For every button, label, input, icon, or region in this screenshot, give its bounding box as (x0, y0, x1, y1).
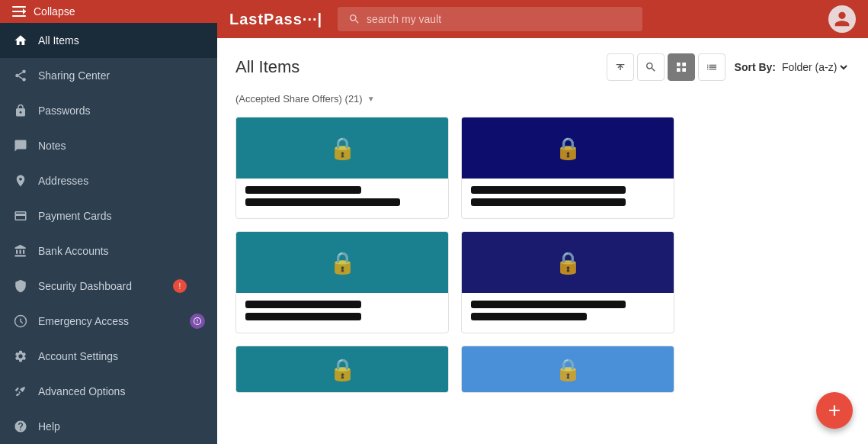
sort-select[interactable]: Folder (a-z) (779, 60, 850, 74)
content-header: All Items Sort By: Folder (a-z) (235, 53, 850, 81)
sidebar-item-emergency-access[interactable]: Emergency Access (0, 304, 217, 339)
vault-card-banner-4: 🔒 (462, 232, 674, 293)
lock-icon-2: 🔒 (555, 136, 581, 161)
vault-card-banner-5: 🔒 (236, 346, 448, 392)
sidebar: Collapse All Items Sharing Center Passwo… (0, 0, 217, 444)
sort-by-label: Sort By: (735, 61, 776, 73)
sidebar-item-label-emergency-access: Emergency Access (38, 315, 190, 327)
vault-card-info-4 (462, 293, 674, 333)
vault-card-line (245, 186, 361, 194)
sidebar-item-label-help: Help (38, 420, 205, 433)
vault-card-3[interactable]: 🔒 (235, 231, 449, 333)
sidebar-item-account-settings[interactable]: Account Settings (0, 339, 217, 374)
card-icon (12, 208, 29, 224)
logo: LastPass···| (229, 11, 322, 28)
vault-card-4[interactable]: 🔒 (461, 231, 674, 333)
avatar[interactable] (828, 5, 856, 33)
vault-card-line (245, 313, 361, 320)
add-icon: + (828, 398, 841, 423)
search-input[interactable] (367, 13, 632, 25)
content-area: All Items Sort By: Folder (a-z) (217, 38, 868, 444)
sidebar-item-label-all-items: All Items (38, 34, 205, 47)
sidebar-item-passwords[interactable]: Passwords (0, 93, 217, 128)
filter-bar[interactable]: (Accepted Share Offers) (21) ▼ (235, 93, 850, 105)
security-badge: ! (173, 279, 187, 293)
items-grid: 🔒 🔒 🔒 (235, 117, 850, 393)
lock-icon-6: 🔒 (555, 357, 581, 382)
main-content: LastPass···| All Items (217, 0, 868, 444)
sidebar-item-label-account-settings: Account Settings (38, 350, 205, 362)
svg-rect-0 (12, 6, 26, 8)
add-button[interactable]: + (816, 392, 853, 429)
vault-card-banner-1: 🔒 (236, 117, 448, 179)
emergency-icon (12, 313, 29, 330)
scroll-top-button[interactable] (607, 53, 634, 81)
sidebar-item-security-dashboard[interactable]: Security Dashboard ! (0, 269, 217, 304)
bank-icon (12, 243, 29, 259)
collapse-button[interactable]: Collapse (0, 0, 217, 23)
sidebar-item-help[interactable]: Help (0, 409, 217, 444)
vault-card-line (471, 313, 587, 320)
note-icon (12, 137, 29, 154)
sidebar-item-bank-accounts[interactable]: Bank Accounts (0, 233, 217, 269)
sidebar-item-advanced-options[interactable]: Advanced Options (0, 374, 217, 409)
share-icon (12, 67, 29, 84)
list-view-button[interactable] (698, 53, 725, 81)
vault-card-info-3 (236, 293, 448, 333)
sidebar-item-all-items[interactable]: All Items (0, 23, 217, 58)
collapse-icon (12, 6, 26, 17)
filter-label: (Accepted Share Offers) (21) (235, 93, 363, 105)
lock-icon-1: 🔒 (329, 136, 356, 161)
lock-icon-3: 🔒 (329, 250, 356, 275)
lock-icon-4: 🔒 (555, 250, 581, 275)
sidebar-item-label-passwords: Passwords (38, 105, 205, 117)
address-icon (12, 172, 29, 189)
sidebar-item-label-sharing-center: Sharing Center (38, 69, 205, 82)
vault-card-info-2 (462, 179, 674, 218)
sidebar-item-label-notes: Notes (38, 140, 205, 152)
vault-card-2[interactable]: 🔒 (461, 117, 674, 219)
vault-card-5[interactable]: 🔒 (235, 346, 449, 393)
vault-card-line (245, 198, 400, 206)
gear-icon (12, 348, 29, 365)
svg-point-4 (22, 70, 26, 74)
rocket-icon (12, 383, 29, 400)
filter-dropdown-icon: ▼ (367, 95, 375, 103)
vault-card-1[interactable]: 🔒 (235, 117, 449, 219)
sidebar-item-label-payment-cards: Payment Cards (38, 210, 205, 222)
lock-icon (12, 102, 29, 119)
search-bar[interactable] (338, 7, 642, 31)
svg-line-7 (18, 76, 22, 79)
sidebar-item-payment-cards[interactable]: Payment Cards (0, 198, 217, 233)
collapse-label: Collapse (34, 5, 75, 18)
vault-card-6[interactable]: 🔒 (461, 346, 674, 393)
sidebar-item-label-advanced-options: Advanced Options (38, 385, 205, 397)
vault-card-banner-6: 🔒 (462, 346, 674, 392)
grid-view-button[interactable] (668, 53, 695, 81)
vault-card-line (245, 301, 361, 308)
search-icon (348, 13, 360, 25)
search-button[interactable] (637, 53, 665, 81)
sidebar-item-label-addresses: Addresses (38, 175, 205, 187)
vault-card-line (471, 198, 626, 206)
premium-badge (190, 314, 205, 329)
svg-rect-2 (12, 15, 26, 17)
svg-point-6 (22, 78, 26, 82)
vault-card-line (471, 186, 626, 194)
svg-line-8 (18, 72, 22, 75)
lock-icon-5: 🔒 (329, 357, 356, 382)
svg-point-5 (15, 74, 19, 78)
question-icon (12, 418, 29, 435)
toolbar: Sort By: Folder (a-z) (607, 53, 850, 81)
home-icon (12, 32, 29, 49)
top-bar: LastPass···| (217, 0, 868, 38)
shield-icon (12, 278, 29, 294)
sidebar-item-notes[interactable]: Notes (0, 128, 217, 163)
vault-card-banner-2: 🔒 (462, 117, 674, 179)
vault-card-info-1 (236, 179, 448, 218)
sort-by: Sort By: Folder (a-z) (735, 60, 850, 74)
sidebar-item-sharing-center[interactable]: Sharing Center (0, 58, 217, 93)
svg-marker-3 (23, 8, 26, 14)
vault-card-line (471, 301, 626, 308)
sidebar-item-addresses[interactable]: Addresses (0, 163, 217, 198)
